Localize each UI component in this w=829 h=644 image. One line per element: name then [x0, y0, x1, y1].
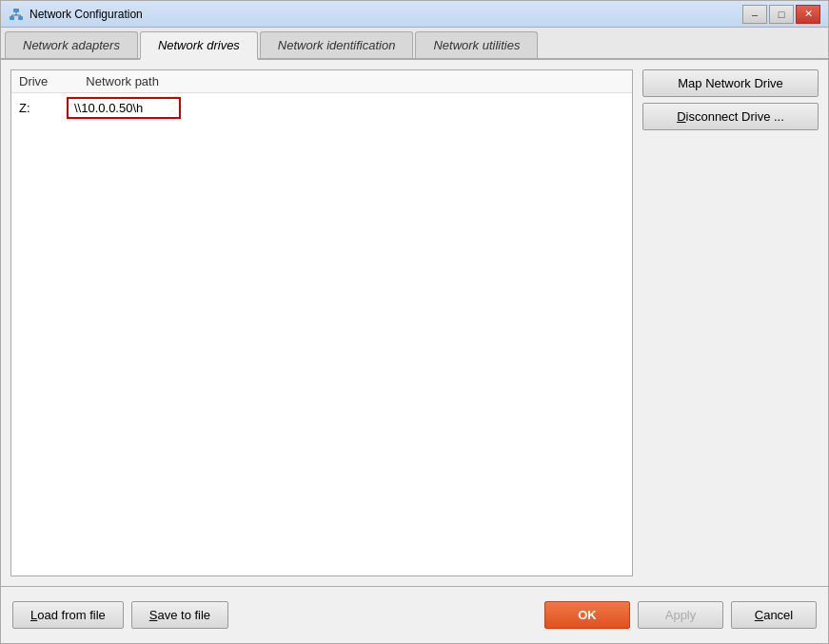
header-drive: Drive [19, 74, 48, 88]
maximize-button[interactable]: □ [769, 5, 794, 24]
title-buttons: – □ ✕ [742, 5, 820, 24]
cancel-button[interactable]: Cancel [731, 601, 817, 629]
tab-network-utilities[interactable]: Network utilities [415, 31, 538, 58]
apply-button[interactable]: Apply [638, 601, 723, 629]
svg-rect-1 [10, 16, 14, 20]
disconnect-drive-label: Disconnect Drive ... [677, 109, 784, 124]
title-bar: Network Configuration – □ ✕ [1, 1, 828, 28]
drive-path: \\10.0.0.50\h [67, 97, 181, 119]
drive-letter: Z: [19, 101, 48, 115]
disconnect-rest: isconnect Drive ... [686, 109, 784, 124]
load-from-file-button[interactable]: Load from file [12, 601, 124, 629]
network-icon [9, 7, 24, 22]
bottom-left-buttons: Load from file Save to file [12, 601, 228, 629]
tab-network-adapters[interactable]: Network adapters [5, 31, 138, 58]
right-panel: Map Network Drive Disconnect Drive ... [642, 69, 819, 576]
close-button[interactable]: ✕ [796, 5, 820, 24]
bottom-right-buttons: OK Apply Cancel [544, 601, 817, 629]
table-row: Z: \\10.0.0.50\h [11, 93, 632, 123]
ok-button[interactable]: OK [544, 601, 630, 629]
tab-network-drives[interactable]: Network drives [140, 31, 258, 60]
tab-bar: Network adapters Network drives Network … [1, 28, 828, 60]
main-window: Network Configuration – □ ✕ Network adap… [0, 0, 829, 644]
window-title: Network Configuration [30, 8, 143, 21]
svg-rect-2 [18, 16, 23, 20]
header-network-path: Network path [86, 74, 159, 88]
svg-rect-0 [13, 9, 19, 12]
save-to-file-button[interactable]: Save to file [131, 601, 228, 629]
drive-panel: Drive Network path Z: \\10.0.0.50\h [10, 69, 633, 576]
title-bar-left: Network Configuration [9, 7, 143, 22]
disconnect-drive-button[interactable]: Disconnect Drive ... [642, 103, 819, 130]
map-network-drive-button[interactable]: Map Network Drive [642, 69, 819, 97]
drive-table-header: Drive Network path [11, 70, 632, 93]
minimize-button[interactable]: – [742, 5, 767, 24]
bottom-bar: Load from file Save to file OK Apply Can… [1, 586, 828, 643]
tab-network-identification[interactable]: Network identification [260, 31, 414, 58]
content-area: Drive Network path Z: \\10.0.0.50\h Map … [1, 60, 828, 586]
